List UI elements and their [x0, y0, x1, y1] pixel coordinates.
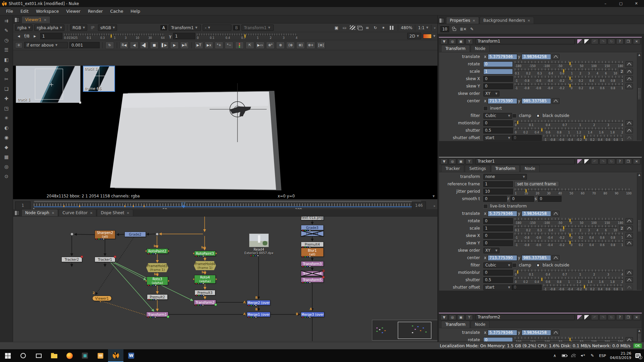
animation-curve-button[interactable] [552, 98, 559, 104]
shutter-field[interactable]: 0.5 [483, 277, 513, 283]
input-a-select[interactable]: Transform1▼ [169, 24, 201, 31]
close-tab-icon[interactable]: ✕ [44, 18, 46, 22]
remove-track-button[interactable]: °− [225, 42, 233, 49]
fstop-value[interactable]: 1 [40, 33, 62, 39]
scale-slider[interactable]: 0.10.20.30.40.61234610 [515, 68, 617, 75]
shutter-slider[interactable]: 00.20.40.60.811.21.41.61.82 [515, 127, 623, 134]
animation-curve-button[interactable] [626, 135, 633, 141]
stack-icon[interactable] [357, 25, 363, 30]
pen-icon[interactable]: ✎ [590, 353, 595, 358]
shutter-offset-select[interactable]: start▼ [483, 135, 512, 141]
range-end-box[interactable]: 146 [412, 201, 426, 209]
battery-icon[interactable] [561, 353, 567, 358]
add-track-settings-button[interactable]: ✛ [15, 42, 22, 48]
jitter-period-slider[interactable]: 1102030405060708090100 [515, 188, 632, 195]
language-indicator[interactable]: ESP [599, 354, 606, 358]
keyframe-marker[interactable] [124, 205, 125, 207]
center-field[interactable]: 985.337585 [522, 98, 551, 104]
node-rotopaint3[interactable]: RotoPaint3 [194, 251, 216, 256]
node-name-field[interactable]: Transform2 [475, 314, 575, 320]
prev-key-button[interactable]: (⊗ [286, 42, 295, 49]
collapse-controls-icon[interactable]: » [433, 27, 436, 28]
track-backward-button[interactable]: ◀ [130, 42, 139, 49]
refresh-icon[interactable]: ↻ [372, 25, 379, 31]
skew-x-field[interactable]: 0 [483, 76, 513, 82]
toolbar-toolsets-icon[interactable]: ▦ [2, 154, 11, 160]
clear-panels-icon[interactable]: ≣✕ [460, 26, 467, 32]
redo-icon[interactable]: ↷ [599, 314, 607, 320]
node-grade3[interactable]: Grade3 [301, 225, 324, 230]
help-icon[interactable]: ? [616, 39, 624, 44]
slider-handle[interactable] [569, 219, 571, 222]
node-merge2[interactable]: Merge2 (over [247, 300, 270, 305]
error-threshold-field[interactable]: 0.001 [69, 42, 100, 48]
display-channels-select[interactable]: RGB▼ [70, 24, 87, 31]
shutter-offset-field[interactable]: 0 [512, 285, 542, 290]
search-area-rect[interactable] [35, 69, 63, 100]
animation-curve-button[interactable] [626, 61, 633, 67]
animation-curve-button[interactable] [626, 83, 633, 89]
tab-transform[interactable]: Transform [441, 321, 470, 328]
stereo-icon[interactable]: ≡ [364, 25, 371, 31]
help-icon[interactable]: ? [616, 314, 624, 320]
slider-handle[interactable] [569, 76, 571, 80]
node-graph-minimap[interactable] [372, 320, 437, 341]
float-panel-icon[interactable]: ❐ [625, 159, 632, 164]
keyframe-marker[interactable] [79, 205, 80, 207]
dot-node[interactable] [70, 233, 73, 236]
node-merge1[interactable]: Merge1 (over [247, 312, 270, 317]
slider-handle[interactable] [517, 121, 519, 124]
motionblur-slider[interactable]: 00.10.40.71234 [515, 120, 623, 126]
skew-y-slider[interactable]: -1-0.8-0.6-0.4-0.200.20.40.60.81 [515, 240, 623, 246]
toolbar-filter-icon[interactable]: ◍ [2, 66, 11, 73]
track-range-button[interactable]: ▶T [195, 42, 203, 49]
float-panel-icon[interactable]: ❐ [625, 39, 632, 44]
smooth-t-field[interactable]: 0 [511, 196, 534, 202]
fstop-prev-icon[interactable]: ◀ [15, 33, 22, 39]
close-tab-icon[interactable]: ✕ [127, 211, 129, 215]
animation-curve-button[interactable] [626, 337, 633, 342]
smooth-t-field[interactable]: 0 [538, 196, 561, 202]
black-outside-checkbox[interactable]: ✖black outside [536, 263, 570, 267]
reference-frame-button[interactable]: set to current frame [514, 181, 559, 187]
start-button[interactable] [0, 349, 15, 362]
view-mode-select[interactable]: 2D▼ [407, 33, 421, 39]
firefox-button[interactable] [62, 349, 77, 362]
transform-select[interactable]: none▼ [483, 174, 527, 180]
node-color-swatch[interactable] [577, 159, 583, 164]
tab-node[interactable]: Node [471, 321, 490, 328]
shutter-slider[interactable]: 00.20.40.60.811.21.41.61.82 [515, 277, 623, 283]
undo-icon[interactable]: ↶ [591, 39, 598, 44]
add-track-button[interactable]: °+ [215, 42, 223, 49]
tab-transform[interactable]: Transform [441, 45, 470, 52]
node-text01a[interactable]: text-01a.png [301, 217, 324, 220]
node-framehold4[interactable]: FrameHold4(frame 1) [194, 261, 216, 270]
slider-handle[interactable] [584, 135, 585, 139]
track-prev-frame-button[interactable]: ◀▌ [140, 42, 149, 49]
rotate-field[interactable]: 0 [483, 61, 513, 67]
skew-order-select[interactable]: XY▼ [483, 91, 499, 97]
translate-field[interactable]: 5.37579346 [488, 211, 517, 217]
gl-color-swatch[interactable] [584, 159, 590, 164]
clock[interactable]: 21:26 04/03/2019 [610, 351, 631, 360]
minimap-viewport[interactable] [398, 322, 431, 339]
toolbar-3d-icon[interactable]: ◳ [2, 105, 11, 112]
monitor-icon[interactable]: ▣ [457, 159, 465, 164]
skew-x-slider[interactable]: -1-0.8-0.6-0.4-0.200.20.40.60.81 [515, 76, 623, 82]
filter-select[interactable]: Cubic▼ [483, 113, 512, 119]
invert-checkbox[interactable]: invert [483, 106, 502, 111]
toolbar-channel-icon[interactable]: ☰ [2, 47, 11, 53]
menu-item[interactable]: Help [127, 8, 144, 15]
task-view-button[interactable] [31, 349, 46, 362]
animation-curve-button[interactable] [552, 211, 559, 217]
minimize-button[interactable]: – [598, 0, 613, 7]
motionblur-field[interactable]: 0 [483, 270, 513, 276]
undo-icon[interactable]: ↶ [591, 159, 598, 164]
slider-handle[interactable] [569, 62, 571, 65]
delete-all-keys-button[interactable]: ⊗ [276, 42, 285, 49]
close-tab-icon[interactable]: ✕ [90, 211, 93, 215]
collapse-panel-icon[interactable]: ▼ [440, 39, 448, 44]
center-field[interactable]: 985.337585 [522, 255, 551, 261]
mask-icon[interactable]: ▭ [341, 25, 348, 31]
overlay-color-chip[interactable] [423, 34, 432, 39]
